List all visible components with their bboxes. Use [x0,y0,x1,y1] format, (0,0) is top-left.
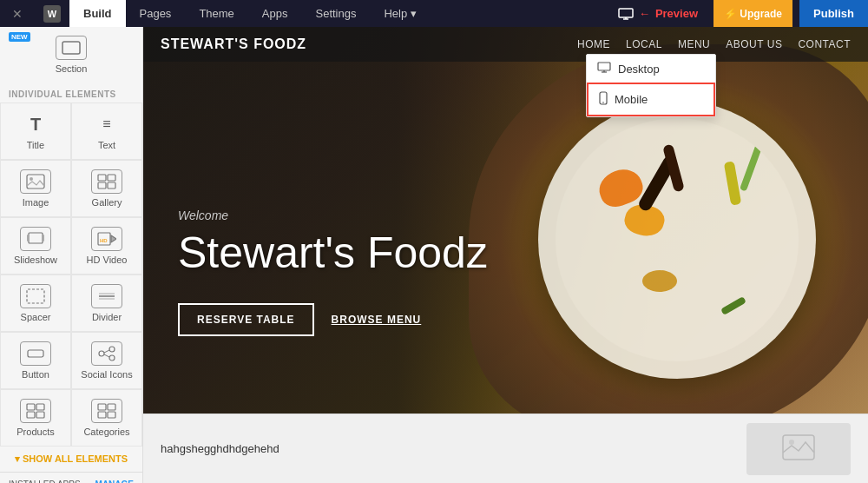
categories-icon [91,399,122,423]
tab-settings[interactable]: Settings [301,0,370,27]
elements-grid: T Title ≡ Text Image Gallery [0,103,142,447]
svg-rect-32 [98,404,106,410]
hero-content: Welcome Stewart's Foodz RESERVE TABLE BR… [143,139,523,371]
preview-label: Preview [655,7,698,20]
element-products[interactable]: Products [0,389,71,447]
svg-marker-16 [111,235,116,242]
elements-group-label: INDIVIDUAL ELEMENTS [0,83,142,103]
text-label: Text [98,140,115,150]
svg-rect-28 [27,404,35,410]
mobile-icon [599,91,608,108]
food-item-8 [720,296,746,315]
nav-contact[interactable]: CONTACT [798,38,851,50]
svg-rect-33 [108,404,115,410]
food-item-5 [740,140,764,191]
svg-rect-12 [29,233,43,243]
element-button[interactable]: Button [0,332,71,389]
svg-text:W: W [48,9,57,19]
nav-home[interactable]: HOME [577,38,610,50]
image-icon [20,169,51,194]
svg-point-23 [99,351,104,356]
upgrade-button[interactable]: ⚡ Upgrade [713,0,792,27]
svg-point-42 [602,102,604,103]
products-icon [20,399,51,423]
hdvideo-icon: HD [91,227,122,251]
hdvideo-label: HD Video [87,255,128,265]
svg-rect-35 [108,412,115,418]
divider-label: Divider [92,312,122,322]
gallery-label: Gallery [92,197,122,208]
element-image[interactable]: Image [0,160,71,217]
sidebar-section[interactable]: NEW Section [0,27,142,83]
tab-pages[interactable]: Pages [126,0,186,27]
dropdown-desktop[interactable]: Desktop [587,55,715,83]
show-all-button[interactable]: ▾ SHOW ALL ELEMENTS [0,447,142,472]
nav-menu[interactable]: MENU [678,38,710,50]
preview-button[interactable]: ← Preview [609,7,707,20]
element-spacer[interactable]: Spacer [0,275,71,332]
dropdown-mobile[interactable]: Mobile [587,83,715,116]
element-title[interactable]: T Title [0,103,71,160]
element-social[interactable]: Social Icons [71,332,142,389]
left-sidebar: NEW Section INDIVIDUAL ELEMENTS T Title … [0,27,143,483]
tab-apps[interactable]: Apps [248,0,302,27]
element-hdvideo[interactable]: HD HD Video [71,217,142,275]
desktop-label: Desktop [618,63,660,76]
svg-rect-31 [36,412,44,418]
food-item-7 [642,270,677,292]
svg-rect-10 [98,182,106,189]
svg-point-7 [30,177,33,181]
svg-rect-11 [108,182,115,189]
svg-rect-6 [27,175,44,189]
site-nav-links: HOME LOCAL MENU ABOUT US CONTACT [577,38,851,50]
nav-tabs: Build Pages Theme Apps Settings Help ▾ [69,0,609,27]
element-slideshow[interactable]: Slideshow [0,217,71,275]
element-categories[interactable]: Categories [71,389,142,447]
element-divider[interactable]: Divider [71,275,142,332]
below-text: hahgshegghdhdgehehd [161,442,729,455]
reserve-table-button[interactable]: RESERVE TABLE [178,303,314,336]
below-canvas: hahgshegghdhdgehehd [143,414,868,483]
nav-local[interactable]: LOCAL [626,38,662,50]
main-area: NEW Section INDIVIDUAL ELEMENTS T Title … [0,27,868,483]
nav-about[interactable]: ABOUT US [726,38,782,50]
preview-dropdown: Desktop Mobile [586,54,716,117]
site-preview: Welcome Stewart's Foodz RESERVE TABLE BR… [143,27,868,483]
slideshow-label: Slideshow [14,255,57,265]
svg-rect-18 [27,289,44,303]
section-label: Section [56,63,88,74]
site-header: STEWART'S FOODZ HOME LOCAL MENU ABOUT US… [143,27,868,62]
svg-rect-22 [28,350,43,357]
social-icon [91,341,122,366]
svg-rect-2 [619,9,633,17]
canvas-area: Welcome Stewart's Foodz RESERVE TABLE BR… [143,27,868,483]
social-label: Social Icons [81,369,132,380]
spacer-icon [20,284,51,308]
svg-rect-34 [98,412,106,418]
hero-title: Stewart's Foodz [178,229,488,277]
publish-button[interactable]: Publish [799,0,868,27]
products-label: Products [16,427,54,437]
svg-rect-5 [62,42,80,54]
site-brand: STEWART'S FOODZ [161,36,306,52]
installed-apps-label: INSTALLED APPS [9,480,81,483]
tab-build[interactable]: Build [69,0,126,27]
spacer-label: Spacer [21,312,51,322]
tab-help[interactable]: Help ▾ [370,0,430,27]
mobile-label: Mobile [615,93,648,106]
welcome-text: Welcome [178,208,488,222]
food-item-6 [724,161,742,205]
preview-arrow: ← [639,7,650,20]
tab-theme[interactable]: Theme [185,0,247,27]
divider-icon [91,284,122,308]
browse-menu-button[interactable]: BROWSE MENU [332,314,422,326]
element-text[interactable]: ≡ Text [71,103,142,160]
button-icon [20,341,51,366]
close-button[interactable]: ✕ [0,0,35,27]
manage-link[interactable]: MANAGE [95,480,134,483]
svg-line-26 [104,350,109,353]
element-gallery[interactable]: Gallery [71,160,142,217]
new-badge: NEW [9,32,30,42]
svg-rect-8 [98,175,106,181]
image-label: Image [23,197,49,208]
